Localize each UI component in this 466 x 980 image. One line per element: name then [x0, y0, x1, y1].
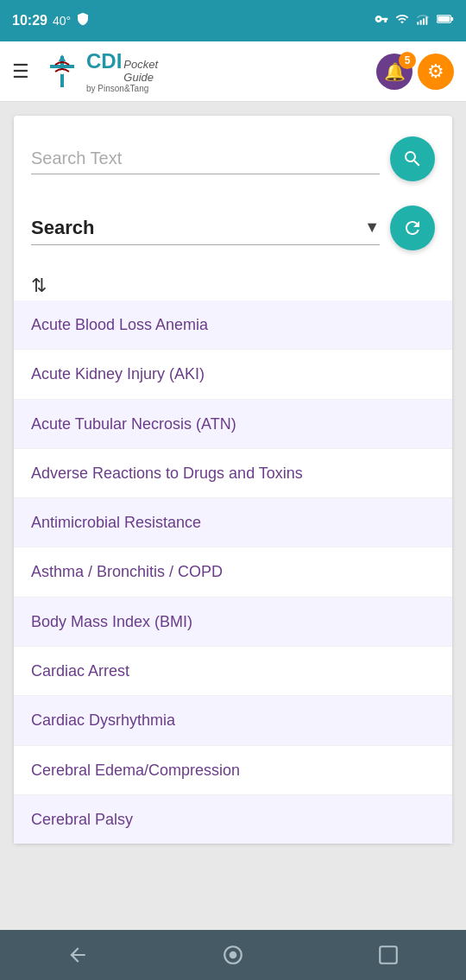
chevron-down-icon: ▼ — [364, 218, 380, 237]
list-item-text: Cerebral Edema/Compression — [31, 762, 240, 779]
notification-badge: 5 — [399, 52, 416, 69]
list-items: Acute Blood Loss AnemiaAcute Kidney Inju… — [31, 300, 435, 844]
svg-rect-14 — [380, 946, 397, 964]
status-time: 10:29 — [12, 13, 47, 28]
list-item[interactable]: Acute Blood Loss Anemia — [14, 300, 452, 350]
dropdown-label: Search — [31, 217, 364, 239]
settings-gear-button[interactable]: ⚙ — [418, 54, 454, 90]
search-submit-button[interactable] — [390, 136, 435, 181]
list-item[interactable]: Cerebral Palsy — [14, 795, 452, 844]
list-item[interactable]: Antimicrobial Resistance — [14, 498, 452, 547]
list-item-text: Acute Kidney Injury (AKI) — [31, 365, 205, 383]
list-item-text: Antimicrobial Resistance — [31, 514, 201, 531]
list-item-text: Acute Blood Loss Anemia — [31, 316, 208, 333]
logo-icon — [43, 53, 81, 91]
app-header: ☰ CDI PocketGuide by Pinson&Tan — [0, 41, 466, 102]
svg-rect-1 — [420, 20, 422, 24]
sort-row: ⇅ — [31, 268, 435, 300]
list-item-text: Acute Tubular Necrosis (ATN) — [31, 415, 236, 433]
list-item[interactable]: Body Mass Index (BMI) — [14, 597, 452, 647]
refresh-button[interactable] — [390, 205, 435, 250]
home-button[interactable] — [207, 938, 259, 972]
svg-rect-5 — [451, 17, 454, 21]
header-right: 🔔 5 ⚙ — [376, 54, 454, 90]
battery-icon — [437, 12, 454, 29]
list-item-text: Asthma / Bronchitis / COPD — [31, 563, 223, 580]
logo-text: CDI PocketGuide by Pinson&Tang — [86, 49, 158, 93]
list-item[interactable]: Cerebral Edema/Compression — [14, 746, 452, 795]
back-icon — [66, 944, 89, 966]
search-text-input-wrap — [31, 143, 380, 174]
list-item-text: Cardiac Arrest — [31, 662, 129, 680]
search-text-input[interactable] — [31, 143, 380, 174]
list-item[interactable]: Acute Kidney Injury (AKI) — [14, 350, 452, 399]
gear-icon: ⚙ — [427, 60, 444, 83]
list-item[interactable]: Cardiac Dysrhythmia — [14, 696, 452, 745]
refresh-icon — [402, 218, 423, 238]
notification-bell-button[interactable]: 🔔 5 — [376, 54, 412, 90]
list-item-text: Cerebral Palsy — [31, 811, 133, 828]
list-item-text: Cardiac Dysrhythmia — [31, 711, 175, 729]
svg-rect-9 — [50, 65, 74, 68]
signal-icon — [416, 12, 430, 29]
search-dropdown[interactable]: Search ▼ — [31, 212, 380, 245]
search-dropdown-row: Search ▼ — [31, 205, 435, 250]
shield-status-icon — [76, 12, 90, 29]
logo: CDI PocketGuide by Pinson&Tang — [43, 49, 158, 93]
sort-icon[interactable]: ⇅ — [31, 275, 47, 297]
status-bar: 10:29 40° — [0, 0, 466, 41]
list-item[interactable]: Asthma / Bronchitis / COPD — [14, 547, 452, 597]
search-card: Search ▼ ⇅ Acute Blood Loss AnemiaAcute … — [14, 116, 452, 844]
svg-rect-6 — [438, 16, 450, 22]
home-circle-icon — [222, 944, 244, 966]
hamburger-menu[interactable]: ☰ — [12, 62, 29, 81]
wifi-icon — [395, 12, 409, 29]
back-button[interactable] — [52, 938, 104, 972]
list-item[interactable]: Acute Tubular Necrosis (ATN) — [14, 400, 452, 449]
navigation-bar — [0, 930, 466, 980]
search-submit-icon — [402, 149, 423, 169]
svg-rect-3 — [425, 16, 427, 24]
svg-rect-2 — [423, 18, 425, 24]
svg-rect-0 — [417, 22, 419, 24]
recents-square-icon — [377, 944, 400, 966]
key-icon — [375, 12, 388, 29]
status-right-icons — [375, 12, 454, 29]
recents-button[interactable] — [362, 938, 414, 972]
status-temp: 40° — [53, 14, 71, 28]
svg-point-13 — [230, 952, 237, 959]
search-text-row — [31, 136, 435, 181]
list-item-text: Body Mass Index (BMI) — [31, 613, 192, 630]
list-item[interactable]: Cardiac Arrest — [14, 647, 452, 696]
list-item-text: Adverse Reactions to Drugs and Toxins — [31, 465, 303, 482]
main-content: Search ▼ ⇅ Acute Blood Loss AnemiaAcute … — [0, 102, 466, 930]
list-item[interactable]: Adverse Reactions to Drugs and Toxins — [14, 449, 452, 498]
